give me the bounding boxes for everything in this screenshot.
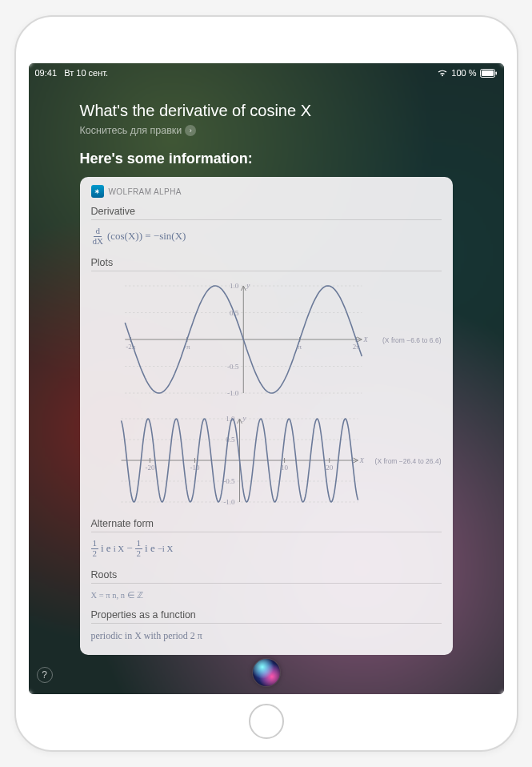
svg-rect-2 xyxy=(495,71,497,74)
t2-rest: i e xyxy=(145,542,155,555)
card-source: ✶ WOLFRAM ALPHA xyxy=(91,185,442,198)
plot-1-wrap: -1.0-0.50.51.0Xy-2π-ππ2π (X from −6.6 to… xyxy=(91,276,442,404)
wolfram-icon: ✶ xyxy=(91,185,104,198)
section-derivative-title: Derivative xyxy=(91,206,442,217)
siri-orb-icon[interactable] xyxy=(253,659,280,686)
section-roots-title: Roots xyxy=(91,569,442,580)
plot-1-range: (X from −6.6 to 6.6) xyxy=(382,336,441,344)
t1-exp: i X xyxy=(114,544,125,553)
svg-text:X: X xyxy=(362,335,368,343)
tap-to-edit[interactable]: Коснитесь для правки › xyxy=(80,125,453,136)
plot-2-wrap: -1.0-0.50.51.0Xy-20-101020 (X from −26.4… xyxy=(91,409,442,513)
svg-text:X: X xyxy=(358,456,364,464)
minus: − xyxy=(126,542,132,555)
siri-query-text: What's the derivative of cosine X xyxy=(80,102,453,120)
frac-den: 2 xyxy=(91,549,99,559)
plot-2-range: (X from −26.4 to 26.4) xyxy=(375,457,442,465)
frac-num: 1 xyxy=(135,539,143,549)
divider xyxy=(91,583,442,584)
divider xyxy=(91,623,442,624)
plot-1: -1.0-0.50.51.0Xy-2π-ππ2π xyxy=(91,276,378,404)
plot-2: -1.0-0.50.51.0Xy-20-101020 xyxy=(91,409,370,513)
status-time: 09:41 xyxy=(35,68,58,78)
section-alt-title: Alternate form xyxy=(91,518,442,529)
alternate-form-formula: 1 2 i ei X − 1 2 i e−i X xyxy=(91,537,442,564)
divider xyxy=(91,532,442,532)
svg-text:-20: -20 xyxy=(145,464,154,472)
svg-text:y: y xyxy=(242,414,246,422)
svg-rect-1 xyxy=(482,70,494,76)
source-label: WOLFRAM ALPHA xyxy=(109,187,182,196)
wifi-icon xyxy=(437,69,448,77)
props-text: periodic in X with period 2 π xyxy=(91,628,442,647)
status-right: 100 % xyxy=(437,68,497,78)
siri-content: What's the derivative of cosine X Коснит… xyxy=(29,79,504,655)
screen: 09:41 Вт 10 сент. 100 % What's the deriv… xyxy=(29,63,504,694)
frac-num: d xyxy=(94,227,102,237)
divider xyxy=(91,271,442,271)
svg-text:-1.0: -1.0 xyxy=(223,498,235,506)
status-date: Вт 10 сент. xyxy=(64,68,108,78)
svg-text:-10: -10 xyxy=(190,464,199,472)
info-heading: Here's some information: xyxy=(80,151,453,167)
roots-text: X = π n, n ∈ ℤ xyxy=(91,588,442,604)
svg-text:1.0: 1.0 xyxy=(230,282,239,290)
status-left: 09:41 Вт 10 сент. xyxy=(35,68,109,78)
section-plots-title: Plots xyxy=(91,257,442,268)
derivative-formula: d dX (cos(X)) = −sin(X) xyxy=(91,225,442,252)
ipad-device-frame: 09:41 Вт 10 сент. 100 % What's the deriv… xyxy=(14,15,518,752)
divider xyxy=(91,219,442,220)
t2-exp: −i X xyxy=(158,544,174,553)
t1-rest: i e xyxy=(101,542,111,555)
battery-percent: 100 % xyxy=(451,68,476,78)
help-button[interactable]: ? xyxy=(37,667,53,683)
svg-text:-1.0: -1.0 xyxy=(227,389,239,397)
svg-text:-0.5: -0.5 xyxy=(227,363,239,371)
wolfram-card[interactable]: ✶ WOLFRAM ALPHA Derivative d dX (cos(X))… xyxy=(80,177,453,655)
tap-to-edit-label: Коснитесь для правки xyxy=(80,125,182,136)
formula-body: (cos(X)) = −sin(X) xyxy=(107,230,186,243)
frac-den: dX xyxy=(91,237,105,247)
chevron-right-icon: › xyxy=(185,125,196,136)
svg-text:-0.5: -0.5 xyxy=(223,477,235,485)
svg-text:y: y xyxy=(246,281,250,289)
svg-text:20: 20 xyxy=(326,464,334,472)
section-props-title: Properties as a function xyxy=(91,609,442,620)
battery-icon xyxy=(480,69,498,78)
frac-den: 2 xyxy=(135,549,143,559)
frac-num: 1 xyxy=(91,539,99,549)
home-button[interactable] xyxy=(249,704,284,739)
status-bar: 09:41 Вт 10 сент. 100 % xyxy=(29,63,504,79)
